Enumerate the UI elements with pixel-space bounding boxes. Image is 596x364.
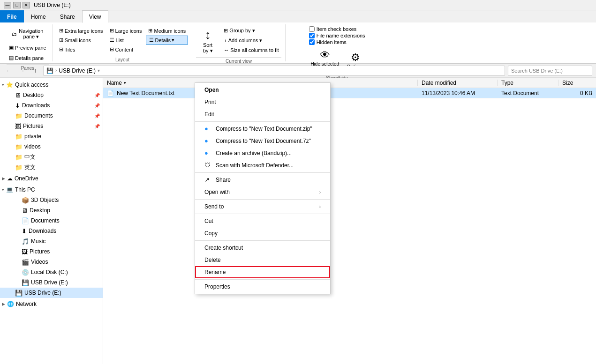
maximize-btn[interactable]: □: [13, 2, 21, 8]
ctx-properties-label: Properties: [204, 283, 230, 290]
path-separator: ›: [55, 68, 57, 73]
item-check-boxes-toggle[interactable]: Item check boxes: [309, 26, 357, 32]
list-icon: ☰: [110, 37, 114, 43]
sidebar-item-english[interactable]: 📁 英文: [0, 162, 103, 172]
ctx-copy[interactable]: Copy: [195, 227, 330, 239]
ctx-open[interactable]: Open: [195, 84, 330, 96]
ctx-edit[interactable]: Edit: [195, 108, 330, 120]
navigation-pane-btn[interactable]: 🗂 Navigationpane ▾: [7, 26, 49, 42]
sidebar-item-pictures-quick[interactable]: 🖼 Pictures 📌: [0, 121, 103, 131]
list-btn[interactable]: ☰ List: [107, 36, 144, 45]
ctx-send-to[interactable]: Send to ›: [195, 201, 330, 213]
preview-pane-btn[interactable]: ▣ Preview pane: [7, 43, 49, 52]
tab-home[interactable]: Home: [24, 10, 53, 22]
sidebar-item-desktop-pc[interactable]: 🖥 Desktop: [0, 205, 103, 215]
details-pane-btn[interactable]: ▤ Details pane: [7, 53, 49, 62]
pictures-quick-pin: 📌: [94, 124, 100, 129]
downloads-quick-icon: ⬇: [15, 102, 20, 109]
ctx-compress-zip[interactable]: ● Compress to "New Text Document.zip": [195, 123, 330, 135]
sidebar-item-private[interactable]: 📁 private: [0, 131, 103, 141]
documents-quick-icon: 📁: [15, 112, 23, 119]
sidebar-section-quick-access[interactable]: ▾ ⭐ Quick access: [0, 80, 103, 90]
sidebar-section-onedrive[interactable]: ▶ ☁ OneDrive: [0, 173, 103, 184]
sidebar-item-documents-quick[interactable]: 📁 Documents 📌: [0, 111, 103, 121]
details-btn[interactable]: ☰ Details ▾: [146, 36, 188, 45]
small-icons-icon: ⊞: [59, 37, 63, 43]
tab-view[interactable]: View: [82, 10, 108, 23]
sidebar-item-pictures-pc[interactable]: 🖼 Pictures: [0, 246, 103, 257]
music-icon: 🎵: [22, 238, 29, 245]
sidebar-item-chinese[interactable]: 📁 中文: [0, 152, 103, 162]
sidebar-section-this-pc[interactable]: ▾ 💻 This PC: [0, 185, 103, 195]
tab-file[interactable]: File: [0, 10, 24, 22]
sidebar-item-downloads-quick[interactable]: ⬇ Downloads 📌: [0, 100, 103, 111]
col-modified[interactable]: Date modified: [418, 80, 498, 86]
sidebar-item-local-disk[interactable]: 💿 Local Disk (C:): [0, 267, 103, 277]
ctx-sep-4: [195, 214, 330, 214]
documents-quick-label: Documents: [24, 112, 53, 119]
hide-selected-icon: 👁: [320, 49, 330, 61]
large-icons-btn[interactable]: ⊞ Large icons: [107, 26, 144, 35]
up-btn[interactable]: ↑: [30, 66, 40, 76]
forward-btn[interactable]: →: [17, 66, 27, 76]
content-btn[interactable]: ⊟ Content: [107, 45, 144, 54]
ctx-delete[interactable]: Delete: [195, 254, 330, 266]
ctx-rename[interactable]: Rename: [195, 266, 330, 278]
file-name-ext-toggle[interactable]: File name extensions: [309, 33, 365, 38]
ctx-share[interactable]: ↗ Share: [195, 174, 330, 186]
add-columns-btn[interactable]: + Add columns ▾: [221, 36, 281, 45]
tab-share[interactable]: Share: [53, 10, 82, 22]
ctx-compress-7z[interactable]: ● Compress to "New Text Document.7z": [195, 135, 330, 147]
address-bar[interactable]: 💾 › USB Drive (E:) ▾: [43, 66, 505, 76]
downloads-quick-label: Downloads: [22, 102, 50, 109]
sidebar-item-usb-current[interactable]: 💾 USB Drive (E:): [0, 288, 103, 298]
details-pane-icon: ▤: [9, 55, 14, 61]
size-all-btn[interactable]: ↔ Size all columns to fit: [221, 46, 281, 54]
hidden-items-toggle[interactable]: Hidden items: [309, 39, 347, 45]
private-label: private: [24, 133, 41, 140]
extra-large-icons-btn[interactable]: ⊞ Extra large icons: [57, 26, 106, 35]
medium-icons-btn[interactable]: ⊞ Medium icons: [146, 26, 188, 35]
sidebar-item-videos-pc[interactable]: 🎬 Videos: [0, 257, 103, 267]
ctx-open-with[interactable]: Open with ›: [195, 186, 330, 198]
sidebar-item-documents-pc[interactable]: 📄 Documents: [0, 215, 103, 226]
col-size[interactable]: Size: [558, 80, 596, 86]
usb-drive-icon: 💾: [22, 279, 29, 286]
ctx-cut[interactable]: Cut: [195, 215, 330, 227]
group-by-btn[interactable]: ⊞ Group by ▾: [221, 26, 281, 35]
sidebar-item-desktop-quick[interactable]: 🖥 Desktop 📌: [0, 90, 103, 100]
close-btn[interactable]: ✕: [23, 2, 30, 8]
small-icons-btn[interactable]: ⊞ Small icons: [57, 36, 106, 45]
sort-by-btn[interactable]: ↕ Sortby ▾: [196, 26, 219, 55]
ctx-compress-7z-label: Compress to "New Text Document.7z": [216, 138, 311, 144]
title-bar-icons[interactable]: — □ ✕: [4, 2, 30, 8]
back-btn[interactable]: ←: [4, 66, 14, 76]
sidebar-item-videos-quick[interactable]: 📁 videos: [0, 141, 103, 152]
ctx-properties[interactable]: Properties: [195, 281, 330, 293]
col-modified-label: Date modified: [422, 80, 456, 86]
hidden-items-cb[interactable]: [309, 39, 315, 45]
ctx-scan[interactable]: 🛡 Scan with Microsoft Defender...: [195, 159, 330, 171]
search-input[interactable]: [508, 66, 592, 76]
details-icon: ☰: [149, 37, 154, 43]
layout-col-2: ⊞ Large icons ☰ List ⊟ Content: [107, 26, 144, 54]
sidebar-item-music[interactable]: 🎵 Music: [0, 236, 103, 246]
col-type[interactable]: Type: [498, 80, 558, 86]
private-icon: 📁: [15, 133, 23, 140]
tiles-btn[interactable]: ⊟ Tiles: [57, 45, 106, 54]
ctx-create-archive[interactable]: ● Create an archive (Bandizip)...: [195, 147, 330, 159]
desktop-quick-pin: 📌: [94, 93, 100, 98]
ctx-create-shortcut[interactable]: Create shortcut: [195, 242, 330, 254]
ctx-print[interactable]: Print: [195, 96, 330, 108]
videos-quick-label: videos: [24, 143, 41, 150]
sidebar-item-usb-drive[interactable]: 💾 USB Drive (E:): [0, 277, 103, 288]
item-check-boxes-cb[interactable]: [309, 26, 315, 32]
sidebar-section-network[interactable]: ▶ 🌐 Network: [0, 299, 103, 309]
minimize-btn[interactable]: —: [4, 2, 11, 8]
path-chevron: ▾: [98, 68, 100, 73]
sidebar-item-3d-objects[interactable]: 📦 3D Objects: [0, 195, 103, 205]
file-name-ext-cb[interactable]: [309, 33, 315, 38]
sidebar-item-downloads-pc[interactable]: ⬇ Downloads: [0, 226, 103, 236]
downloads-quick-pin: 📌: [94, 103, 100, 108]
table-row[interactable]: 📄 New Text Document.txt 11/13/2023 10:46…: [103, 88, 596, 98]
